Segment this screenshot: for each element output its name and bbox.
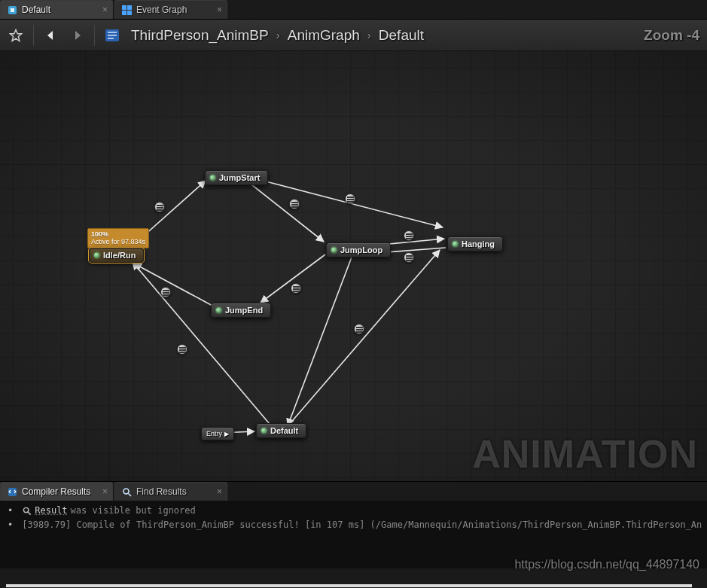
state-dot-icon [210,175,215,181]
bullet-icon: • [5,518,19,532]
transition-rule[interactable] [289,199,300,209]
graph-tabs: Default × Event Graph × [0,0,707,20]
search-input[interactable] [6,584,692,587]
nav-back-button[interactable] [40,24,62,47]
tab-label: Event Graph [136,5,187,15]
close-icon[interactable]: × [102,5,108,14]
footer-bar [0,584,707,588]
log-line: • Result was visible but ignored [5,504,702,518]
zoom-indicator: Zoom -4 [644,27,702,44]
compile-icon [7,486,17,497]
favorite-button[interactable] [5,24,27,47]
breadcrumb-leaf[interactable]: Default [379,27,424,44]
breadcrumb-root[interactable]: ThirdPerson_AnimBP [131,27,269,44]
entry-node[interactable]: Entry ▶ [201,427,234,440]
tab-find-results[interactable]: Find Results × [114,482,227,501]
state-jumpend[interactable]: JumpEnd [211,303,271,318]
svg-rect-4 [122,11,126,15]
svg-point-20 [123,489,129,494]
tab-label: Find Results [136,486,187,497]
tooltip-active: Active for 97.834s [91,238,145,245]
transition-rule[interactable] [345,193,355,204]
state-label: Default [270,426,298,435]
bullet-icon: • [5,504,19,518]
log-text: was visible but ignored [71,504,196,518]
state-dot-icon [216,308,221,313]
transition-rule[interactable] [177,344,187,355]
graph-canvas[interactable]: 100% Active for 97.834s Idle/Run JumpSta… [0,51,707,481]
state-tooltip: 100% Active for 97.834s [87,228,149,248]
svg-line-21 [128,493,131,496]
search-icon [121,486,132,497]
breadcrumb: ThirdPerson_AnimBP › AnimGraph › Default [131,27,424,44]
state-label: Hanging [462,239,495,248]
blueprint-icon[interactable] [101,24,123,47]
state-dot-icon [94,253,99,258]
state-label: Idle/Run [103,251,136,260]
svg-line-16 [133,262,270,424]
separator [94,25,95,46]
state-dot-icon [331,248,337,253]
entry-label: Entry [206,430,222,437]
tab-label: Compiler Results [22,486,90,497]
tab-default[interactable]: Default × [0,0,113,19]
svg-line-9 [248,182,324,242]
svg-marker-6 [11,29,22,41]
state-label: JumpEnd [225,306,263,315]
transition-rule[interactable] [404,230,414,241]
log-line: • [3989.79] Compile of ThirdPerson_AnimB… [5,518,702,532]
close-icon[interactable]: × [217,487,222,496]
chevron-right-icon: › [367,29,371,41]
state-idle-run[interactable]: Idle/Run [89,248,144,263]
transition-rule[interactable] [291,283,301,294]
transition-rule[interactable] [160,287,171,297]
tooltip-percent: 100% [91,230,145,238]
svg-rect-1 [11,8,14,12]
svg-line-18 [288,255,352,426]
state-dot-icon [261,428,267,434]
state-jumpstart[interactable]: JumpStart [205,170,268,185]
log-result-link[interactable]: Result [35,504,67,518]
tab-eventgraph[interactable]: Event Graph × [114,0,227,19]
svg-line-13 [261,254,325,303]
chevron-right-icon: › [276,29,280,41]
state-hanging[interactable]: Hanging [447,236,503,251]
source-watermark: https://blog.csdn.net/qq_44897140 [514,558,699,571]
tab-compiler-results[interactable]: Compiler Results × [0,482,113,501]
state-dot-icon [453,242,458,247]
separator [33,25,34,46]
close-icon[interactable]: × [217,5,222,14]
close-icon[interactable]: × [102,487,108,496]
breadcrumb-anim[interactable]: AnimGraph [288,27,360,44]
svg-point-22 [23,507,28,512]
transition-rule[interactable] [154,202,165,212]
svg-rect-3 [127,5,132,10]
state-jumploop[interactable]: JumpLoop [326,242,391,257]
state-default[interactable]: Default [256,423,306,438]
graph-toolbar: ThirdPerson_AnimBP › AnimGraph › Default… [0,20,707,51]
log-text: [3989.79] Compile of ThirdPerson_AnimBP … [22,518,702,532]
nav-forward-button[interactable] [66,24,88,47]
search-icon [22,506,32,516]
svg-rect-5 [127,11,132,15]
svg-line-17 [288,250,440,425]
eventgraph-icon [121,5,132,15]
tab-label: Default [22,5,50,15]
state-label: JumpStart [219,173,260,182]
transition-rule[interactable] [354,324,364,334]
transition-rule[interactable] [404,252,414,263]
output-tabs: Compiler Results × Find Results × [0,481,707,501]
svg-line-14 [134,264,212,306]
svg-rect-2 [122,5,126,10]
state-label: JumpLoop [340,245,382,254]
play-icon: ▶ [224,431,229,437]
graph-type-watermark: ANIMATION [472,431,698,477]
statemachine-icon [7,5,17,15]
svg-line-23 [28,512,30,514]
